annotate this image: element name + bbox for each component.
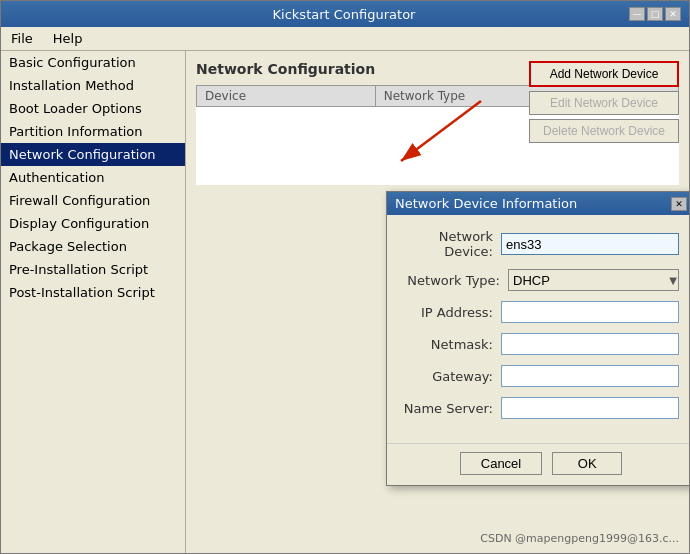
sidebar-item-network-config[interactable]: Network Configuration bbox=[1, 143, 185, 166]
select-network-type[interactable]: DHCP Static None bbox=[508, 269, 679, 291]
menu-bar: File Help bbox=[1, 27, 689, 51]
right-button-group: Add Network Device Edit Network Device D… bbox=[529, 61, 679, 143]
input-network-device[interactable] bbox=[501, 233, 679, 255]
dialog-ok-button[interactable]: OK bbox=[552, 452, 622, 475]
content-area: Basic Configuration Installation Method … bbox=[1, 51, 689, 553]
label-name-server: Name Server: bbox=[403, 401, 501, 416]
label-gateway: Gateway: bbox=[403, 369, 501, 384]
label-network-type: Network Type: bbox=[403, 273, 508, 288]
main-window: Kickstart Configurator — □ ✕ File Help B… bbox=[0, 0, 690, 554]
delete-network-device-button[interactable]: Delete Network Device bbox=[529, 119, 679, 143]
form-row-ip-address: IP Address: bbox=[403, 301, 679, 323]
sidebar-item-display-config[interactable]: Display Configuration bbox=[1, 212, 185, 235]
minimize-button[interactable]: — bbox=[629, 7, 645, 21]
add-network-device-button[interactable]: Add Network Device bbox=[529, 61, 679, 87]
dialog-title-bar: Network Device Information ✕ bbox=[387, 192, 689, 215]
sidebar-item-firewall-config[interactable]: Firewall Configuration bbox=[1, 189, 185, 212]
window-controls: — □ ✕ bbox=[629, 7, 681, 21]
table-header-device: Device bbox=[197, 86, 376, 107]
form-row-netmask: Netmask: bbox=[403, 333, 679, 355]
menu-file[interactable]: File bbox=[7, 30, 37, 47]
sidebar-item-package-selection[interactable]: Package Selection bbox=[1, 235, 185, 258]
dialog-body: Network Device: Network Type: DHCP Stati… bbox=[387, 215, 689, 439]
form-row-gateway: Gateway: bbox=[403, 365, 679, 387]
input-netmask[interactable] bbox=[501, 333, 679, 355]
form-row-name-server: Name Server: bbox=[403, 397, 679, 419]
close-button[interactable]: ✕ bbox=[665, 7, 681, 21]
maximize-button[interactable]: □ bbox=[647, 7, 663, 21]
input-ip-address[interactable] bbox=[501, 301, 679, 323]
label-network-device: Network Device: bbox=[403, 229, 501, 259]
form-row-network-type: Network Type: DHCP Static None ▼ bbox=[403, 269, 679, 291]
dialog-title-text: Network Device Information bbox=[395, 196, 577, 211]
edit-network-device-button[interactable]: Edit Network Device bbox=[529, 91, 679, 115]
window-title: Kickstart Configurator bbox=[59, 7, 629, 22]
sidebar-item-boot-loader[interactable]: Boot Loader Options bbox=[1, 97, 185, 120]
sidebar-item-basic-config[interactable]: Basic Configuration bbox=[1, 51, 185, 74]
label-ip-address: IP Address: bbox=[403, 305, 501, 320]
dialog-close-button[interactable]: ✕ bbox=[671, 197, 687, 211]
sidebar-item-authentication[interactable]: Authentication bbox=[1, 166, 185, 189]
input-name-server[interactable] bbox=[501, 397, 679, 419]
dialog-button-group: Cancel OK bbox=[387, 443, 689, 485]
network-device-dialog: Network Device Information ✕ Network Dev… bbox=[386, 191, 689, 486]
label-netmask: Netmask: bbox=[403, 337, 501, 352]
select-wrapper-network-type: DHCP Static None ▼ bbox=[508, 269, 679, 291]
form-row-network-device: Network Device: bbox=[403, 229, 679, 259]
watermark: CSDN @mapengpeng1999@163.c... bbox=[480, 532, 679, 545]
sidebar-item-partition-info[interactable]: Partition Information bbox=[1, 120, 185, 143]
menu-help[interactable]: Help bbox=[49, 30, 87, 47]
sidebar-item-pre-install[interactable]: Pre-Installation Script bbox=[1, 258, 185, 281]
dialog-cancel-button[interactable]: Cancel bbox=[460, 452, 542, 475]
sidebar-item-post-install[interactable]: Post-Installation Script bbox=[1, 281, 185, 304]
input-gateway[interactable] bbox=[501, 365, 679, 387]
title-bar: Kickstart Configurator — □ ✕ bbox=[1, 1, 689, 27]
sidebar: Basic Configuration Installation Method … bbox=[1, 51, 186, 553]
sidebar-item-installation-method[interactable]: Installation Method bbox=[1, 74, 185, 97]
main-panel: Network Configuration Device Network Typ… bbox=[186, 51, 689, 553]
